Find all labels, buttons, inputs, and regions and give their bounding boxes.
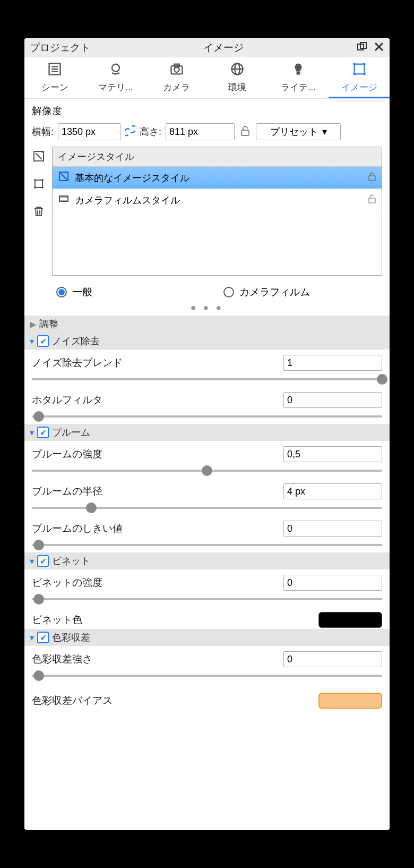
tab-image[interactable]: イメージ bbox=[329, 57, 390, 98]
svg-point-16 bbox=[363, 63, 366, 65]
svg-text:+: + bbox=[41, 150, 45, 155]
bloom-checkbox[interactable]: ✔ bbox=[37, 427, 49, 438]
chevron-down-icon: ▾ bbox=[30, 336, 34, 346]
radio-off-icon bbox=[223, 287, 234, 297]
noise-checkbox[interactable]: ✔ bbox=[37, 335, 49, 347]
trash-icon[interactable] bbox=[32, 205, 46, 221]
style-list: イメージスタイル 基本的なイメージスタイル カメラフィルムスタイル bbox=[52, 147, 382, 276]
svg-point-6 bbox=[112, 64, 119, 72]
svg-point-25 bbox=[34, 186, 36, 189]
tab-label: 環境 bbox=[228, 82, 246, 92]
tab-label: ライテ... bbox=[281, 82, 315, 92]
style-row-label: 基本的なイメージスタイル bbox=[75, 172, 363, 184]
param-bloom-strength: ブルームの強度 bbox=[24, 441, 390, 478]
radio-label: カメラフィルム bbox=[239, 285, 310, 299]
add-style-icon[interactable]: + bbox=[32, 150, 46, 166]
group-label: 調整 bbox=[39, 318, 58, 330]
group-label: 色彩収差 bbox=[52, 631, 90, 644]
vignette-color-swatch[interactable] bbox=[318, 612, 382, 628]
radio-on-icon bbox=[56, 287, 67, 297]
chevron-right-icon: ▶ bbox=[30, 319, 36, 329]
camera-icon bbox=[146, 62, 207, 79]
bloom-strength-input[interactable] bbox=[283, 446, 382, 462]
tab-label: シーン bbox=[41, 82, 68, 92]
overflow-dots-icon: ● ● ● bbox=[24, 299, 390, 316]
link-icon[interactable] bbox=[125, 124, 135, 140]
chroma-bias-swatch[interactable] bbox=[318, 693, 382, 709]
chevron-down-icon: ▾ bbox=[30, 633, 34, 643]
bloom-radius-slider[interactable] bbox=[32, 501, 382, 514]
style-tools: + bbox=[32, 147, 46, 276]
tab-environment[interactable]: 環境 bbox=[207, 57, 268, 98]
detach-icon[interactable] bbox=[357, 41, 367, 55]
height-label: 高さ: bbox=[140, 125, 161, 138]
noise-blend-input[interactable] bbox=[283, 355, 382, 371]
unlock-icon[interactable] bbox=[239, 125, 252, 139]
chevron-down-icon: ▾ bbox=[322, 126, 327, 138]
close-icon[interactable] bbox=[374, 41, 384, 55]
panel-title: イメージ bbox=[90, 41, 357, 55]
unlock-icon bbox=[368, 194, 376, 206]
bloom-threshold-slider[interactable] bbox=[32, 539, 382, 551]
param-label: 色彩収差バイアス bbox=[32, 694, 113, 708]
svg-point-23 bbox=[34, 179, 36, 181]
preset-label: プリセット bbox=[270, 125, 318, 138]
param-label: ノイズ除去ブレンド bbox=[32, 356, 123, 370]
param-label: ビネットの強度 bbox=[32, 576, 102, 590]
param-vignette-color: ビネット色 bbox=[24, 607, 390, 629]
firefly-input[interactable] bbox=[283, 392, 382, 408]
svg-point-24 bbox=[41, 179, 44, 181]
param-bloom-radius: ブルームの半径 bbox=[24, 478, 390, 515]
param-vignette-strength: ビネットの強度 bbox=[24, 569, 390, 607]
preset-dropdown[interactable]: プリセット ▾ bbox=[256, 123, 341, 140]
group-bloom[interactable]: ▾ ✔ ブルーム bbox=[24, 424, 390, 441]
tab-material[interactable]: マテリ... bbox=[85, 57, 146, 98]
param-label: 色彩収差強さ bbox=[32, 652, 92, 666]
style-row-basic[interactable]: 基本的なイメージスタイル bbox=[53, 167, 382, 189]
group-chroma[interactable]: ▾ ✔ 色彩収差 bbox=[24, 629, 390, 646]
chevron-down-icon: ▾ bbox=[30, 556, 34, 566]
svg-rect-13 bbox=[297, 72, 300, 75]
group-adjust[interactable]: ▶ 調整 bbox=[24, 316, 390, 333]
svg-rect-22 bbox=[35, 180, 42, 188]
bloom-radius-input[interactable] bbox=[283, 483, 382, 499]
tab-label: イメージ bbox=[341, 82, 377, 92]
resolution-title: 解像度 bbox=[24, 99, 390, 121]
style-list-header: イメージスタイル bbox=[53, 147, 382, 167]
height-input[interactable] bbox=[166, 123, 235, 140]
param-label: ブルームのしきい値 bbox=[32, 522, 123, 535]
tab-camera[interactable]: カメラ bbox=[146, 57, 207, 98]
noise-blend-slider[interactable] bbox=[32, 373, 382, 386]
style-area: + イメージスタイル 基本的なイメージスタイル カメラフィルムスタイル bbox=[24, 147, 390, 281]
param-chroma-strength: 色彩収差強さ bbox=[24, 646, 390, 683]
param-label: ブルームの強度 bbox=[32, 447, 102, 461]
image-icon bbox=[329, 62, 390, 79]
group-vignette[interactable]: ▾ ✔ ビネット bbox=[24, 552, 390, 569]
resolution-row: 横幅: 高さ: プリセット ▾ bbox=[24, 121, 390, 147]
style-row-label: カメラフィルムスタイル bbox=[75, 194, 363, 207]
radio-general[interactable]: 一般 bbox=[56, 285, 92, 299]
titlebar: プロジェクト イメージ bbox=[24, 38, 390, 57]
vignette-strength-slider[interactable] bbox=[32, 593, 382, 606]
vignette-strength-input[interactable] bbox=[283, 575, 382, 591]
group-label: ビネット bbox=[52, 555, 90, 567]
radio-camera-film[interactable]: カメラフィルム bbox=[223, 285, 310, 299]
chroma-strength-input[interactable] bbox=[283, 651, 382, 667]
chroma-strength-slider[interactable] bbox=[32, 669, 382, 682]
bloom-strength-slider[interactable] bbox=[32, 464, 382, 477]
tab-scene[interactable]: シーン bbox=[24, 57, 85, 98]
svg-rect-30 bbox=[369, 176, 375, 181]
unlock-icon bbox=[368, 172, 376, 184]
vignette-checkbox[interactable]: ✔ bbox=[37, 555, 49, 567]
param-noise-blend: ノイズ除去ブレンド bbox=[24, 350, 390, 387]
width-input[interactable] bbox=[58, 123, 120, 140]
chroma-checkbox[interactable]: ✔ bbox=[37, 632, 49, 643]
style-row-camera-film[interactable]: カメラフィルムスタイル bbox=[53, 189, 382, 211]
group-noise[interactable]: ▾ ✔ ノイズ除去 bbox=[24, 333, 390, 350]
transform-icon[interactable] bbox=[32, 177, 46, 193]
param-chroma-bias: 色彩収差バイアス bbox=[24, 683, 390, 710]
style-film-icon bbox=[58, 193, 70, 207]
firefly-slider[interactable] bbox=[32, 410, 382, 423]
tab-lighting[interactable]: ライテ... bbox=[268, 57, 329, 98]
bloom-threshold-input[interactable] bbox=[283, 521, 382, 537]
